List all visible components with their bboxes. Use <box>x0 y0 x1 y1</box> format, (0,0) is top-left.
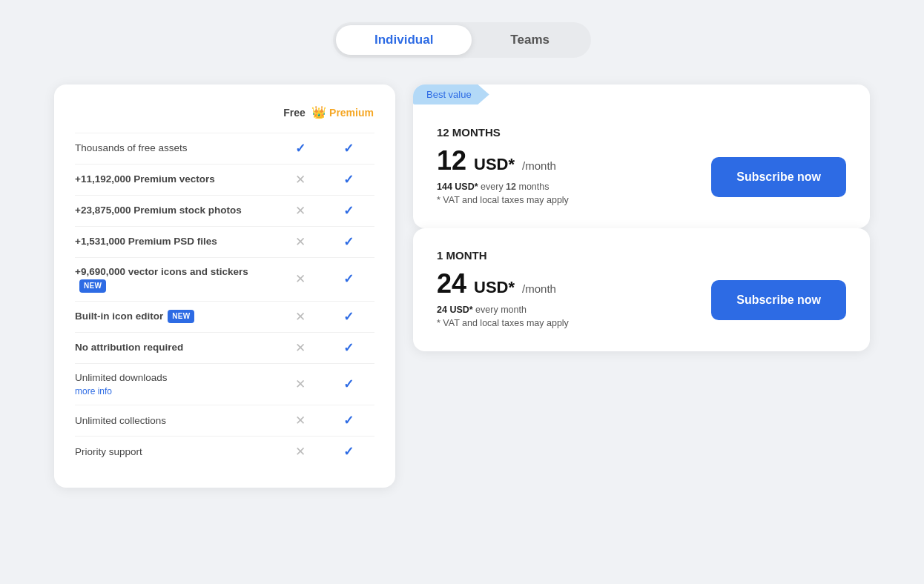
plan-period: /month <box>522 159 556 172</box>
pricing-column: Best value12 MONTHS 12 USD* /month 144 U… <box>413 84 870 351</box>
free-check: ✕ <box>278 271 323 287</box>
free-check: ✕ <box>278 413 323 428</box>
feature-label: Built-in icon editorNEW <box>75 310 278 324</box>
plan-period: /month <box>522 282 556 295</box>
checkmark-no: ✕ <box>295 272 306 286</box>
feature-row: Unlimited collections✕✓ <box>75 405 374 436</box>
premium-check: ✓ <box>323 172 374 188</box>
checkmark-yes: ✓ <box>343 173 354 187</box>
vat-note: * VAT and local taxes may apply <box>437 195 569 205</box>
tab-container: Individual Teams <box>333 22 591 58</box>
feature-label: Unlimited downloadsmore info <box>75 371 278 398</box>
checkmark-yes: ✓ <box>343 377 354 391</box>
premium-check: ✓ <box>323 376 374 392</box>
plan-price-row: 12 USD* /month 144 USD* every 12 months*… <box>437 146 846 208</box>
premium-check: ✓ <box>323 203 374 219</box>
subscribe-button-yearly[interactable]: Subscribe now <box>711 157 846 197</box>
plan-price-main: 12 USD* /month <box>437 146 699 176</box>
free-check: ✕ <box>278 376 323 392</box>
plan-currency: USD* <box>474 278 515 296</box>
more-info-link[interactable]: more info <box>75 385 278 398</box>
feature-row: +23,875,000 Premium stock photos✕✓ <box>75 195 374 226</box>
checkmark-no: ✕ <box>295 173 306 187</box>
col-free-header: Free <box>272 107 317 119</box>
crown-icon: 👑 <box>311 105 326 119</box>
badge-new: NEW <box>79 279 106 293</box>
feature-label: Priority support <box>75 445 278 459</box>
free-check: ✕ <box>278 234 323 250</box>
sub-amount: 24 USD* <box>437 305 473 315</box>
free-check: ✓ <box>278 141 323 156</box>
best-value-ribbon: Best value <box>413 84 489 104</box>
feature-label: Unlimited collections <box>75 414 278 428</box>
free-check: ✕ <box>278 203 323 219</box>
premium-check: ✓ <box>323 141 374 156</box>
checkmark-yes: ✓ <box>295 142 306 156</box>
subscribe-button-monthly[interactable]: Subscribe now <box>711 280 846 320</box>
features-card: Free 👑 Premium Thousands of free assets✓… <box>54 84 395 488</box>
premium-check: ✓ <box>323 234 374 250</box>
plan-price-sub: 24 USD* every month* VAT and local taxes… <box>437 303 699 331</box>
plan-duration: 1 MONTH <box>437 249 846 262</box>
free-check: ✕ <box>278 444 323 459</box>
checkmark-no: ✕ <box>295 377 306 391</box>
feature-label: +23,875,000 Premium stock photos <box>75 204 278 218</box>
plan-price-sub: 144 USD* every 12 months* VAT and local … <box>437 180 699 208</box>
checkmark-yes: ✓ <box>343 272 354 286</box>
pricing-card-monthly: 1 MONTH 24 USD* /month 24 USD* every mon… <box>413 228 870 351</box>
free-check: ✕ <box>278 309 323 325</box>
feature-row: Unlimited downloadsmore info✕✓ <box>75 363 374 405</box>
premium-check: ✓ <box>323 309 374 325</box>
plan-price-row: 24 USD* /month 24 USD* every month* VAT … <box>437 269 846 331</box>
pricing-cards: Best value12 MONTHS 12 USD* /month 144 U… <box>413 84 870 351</box>
feature-label: No attribution required <box>75 341 278 355</box>
feature-label: +1,531,000 Premium PSD files <box>75 235 278 249</box>
checkmark-no: ✕ <box>295 235 306 249</box>
feature-label: Thousands of free assets <box>75 142 278 156</box>
feature-row: Thousands of free assets✓✓ <box>75 133 374 164</box>
feature-row: +9,690,000 vector icons and stickersNEW✕… <box>75 257 374 301</box>
tab-teams[interactable]: Teams <box>472 25 588 55</box>
plan-price-info: 24 USD* /month 24 USD* every month* VAT … <box>437 269 699 331</box>
feature-row: +1,531,000 Premium PSD files✕✓ <box>75 226 374 257</box>
vat-note: * VAT and local taxes may apply <box>437 318 569 328</box>
premium-check: ✓ <box>323 413 374 428</box>
feature-row: Built-in icon editorNEW✕✓ <box>75 301 374 332</box>
tab-individual[interactable]: Individual <box>336 25 472 55</box>
checkmark-no: ✕ <box>295 341 306 355</box>
plan-price-main: 24 USD* /month <box>437 269 699 299</box>
feature-label: +11,192,000 Premium vectors <box>75 173 278 187</box>
feature-row: +11,192,000 Premium vectors✕✓ <box>75 164 374 195</box>
free-check: ✕ <box>278 172 323 188</box>
checkmark-yes: ✓ <box>343 235 354 249</box>
feature-row: No attribution required✕✓ <box>75 332 374 363</box>
premium-check: ✓ <box>323 271 374 287</box>
checkmark-yes: ✓ <box>343 341 354 355</box>
feature-row: Priority support✕✓ <box>75 436 374 467</box>
feature-label: +9,690,000 vector icons and stickersNEW <box>75 265 278 293</box>
checkmark-no: ✕ <box>295 204 306 218</box>
checkmark-yes: ✓ <box>343 414 354 428</box>
checkmark-no: ✕ <box>295 414 306 428</box>
main-content: Free 👑 Premium Thousands of free assets✓… <box>54 84 870 488</box>
checkmark-yes: ✓ <box>343 445 354 459</box>
checkmark-yes: ✓ <box>343 204 354 218</box>
sub-amount: 144 USD* <box>437 182 478 192</box>
checkmark-no: ✕ <box>295 310 306 324</box>
plan-currency: USD* <box>474 155 515 173</box>
checkmark-yes: ✓ <box>343 310 354 324</box>
premium-check: ✓ <box>323 444 374 459</box>
badge-new: NEW <box>168 310 194 323</box>
checkmark-yes: ✓ <box>343 142 354 156</box>
free-check: ✕ <box>278 340 323 356</box>
features-header: Free 👑 Premium <box>75 105 374 119</box>
page-wrapper: Individual Teams Free 👑 Premium Thousand… <box>54 22 870 488</box>
checkmark-no: ✕ <box>295 445 306 459</box>
pricing-card-yearly: Best value12 MONTHS 12 USD* /month 144 U… <box>413 84 870 228</box>
tab-toggle: Individual Teams <box>54 22 870 58</box>
feature-rows: Thousands of free assets✓✓+11,192,000 Pr… <box>75 133 374 467</box>
col-premium-header: 👑 Premium <box>317 105 369 119</box>
plan-duration: 12 MONTHS <box>437 126 846 139</box>
plan-price-info: 12 USD* /month 144 USD* every 12 months*… <box>437 146 699 208</box>
premium-check: ✓ <box>323 340 374 356</box>
